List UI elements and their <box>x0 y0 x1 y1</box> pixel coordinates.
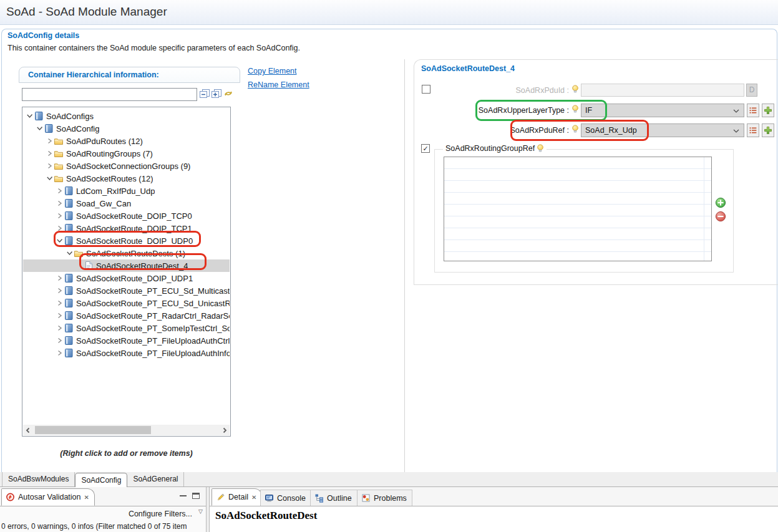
soadrxroutinggroupref-checkbox[interactable]: ✓ <box>421 144 430 153</box>
maximize-icon[interactable] <box>192 493 200 499</box>
chevron-down-icon[interactable] <box>46 174 54 183</box>
add-button[interactable] <box>762 104 774 117</box>
scroll-right-icon[interactable] <box>220 425 230 435</box>
tree-item-soadconfigs[interactable]: SoAdConfigs <box>23 110 230 122</box>
tab-console[interactable]: Console <box>260 490 311 506</box>
tree-item-pt-ecu-sd-unicastrx[interactable]: SoAdSocketRoute_PT_ECU_Sd_UnicastRx <box>23 297 230 309</box>
chevron-right-icon[interactable] <box>46 162 54 170</box>
tree-item-doip-udp0[interactable]: SoAdSocketRoute_DOIP_UDP0 <box>23 235 230 247</box>
tree-item-pt-radarctrl[interactable]: SoAdSocketRoute_PT_RadarCtrl_RadarServ <box>23 309 230 322</box>
tab-soadbswmodules[interactable]: SoAdBswModules <box>2 472 75 486</box>
chevron-right-icon[interactable] <box>56 336 64 345</box>
soadrxpduref-combobox[interactable]: SoAd_Rx_Udp <box>581 123 744 137</box>
module-icon <box>64 286 74 296</box>
tree-item-soadconfig[interactable]: SoAdConfig <box>23 122 230 135</box>
tab-problems[interactable]: Problems <box>357 490 412 506</box>
chevron-right-icon[interactable] <box>46 137 54 145</box>
tree-item-soadroutinggroups[interactable]: SoAdRoutingGroups (7) <box>23 147 230 160</box>
tree-item-soadpduroutes[interactable]: SoAdPduRoutes (12) <box>23 135 230 147</box>
chevron-right-icon[interactable] <box>56 299 64 307</box>
tree-item-label: SoAdPduRoutes (12) <box>66 137 143 146</box>
add-row-icon[interactable] <box>715 197 726 208</box>
tree-item-soadsocketroutedests[interactable]: SoAdSocketRouteDests (1) <box>23 247 230 259</box>
tree-item-soadsocketroutedest-4[interactable]: SoAdSocketRouteDest_4 <box>23 259 230 272</box>
lightbulb-icon <box>571 125 579 133</box>
tree-item-soad-gw-can[interactable]: Soad_Gw_Can <box>23 197 230 210</box>
default-value-button[interactable]: D <box>746 84 757 97</box>
tab-soadgeneral[interactable]: SoAdGeneral <box>127 472 184 486</box>
tab-detail[interactable]: Detail ✕ <box>212 488 262 506</box>
pencil-icon <box>216 493 225 502</box>
tree-item-label: SoAdSocketRoutes (12) <box>66 174 153 183</box>
tree-item-pt-ecu-sd-multicastrx[interactable]: SoAdSocketRoute_PT_ECU_Sd_MulticastRx <box>23 284 230 297</box>
tree-item-label: SoAdSocketRoute_PT_ECU_Sd_UnicastRx <box>76 299 230 308</box>
tab-autosar-validation[interactable]: Autosar Validation ✕ <box>1 488 95 506</box>
chevron-right-icon[interactable] <box>56 199 64 208</box>
soadrxupperlayertype-label: SoAdRxUpperLayerType : <box>424 106 569 115</box>
tree-item-soadsocketconnectiongroups[interactable]: SoAdSocketConnectionGroups (9) <box>23 160 230 172</box>
folder-icon <box>54 148 64 158</box>
copy-element-link[interactable]: Copy Element <box>248 67 297 75</box>
chevron-right-icon[interactable] <box>56 274 64 283</box>
tree-item-label: SoAdSocketRoute_PT_ECU_Sd_MulticastRx <box>76 286 230 296</box>
chevron-down-icon[interactable] <box>36 124 44 133</box>
chevron-right-icon[interactable] <box>56 349 64 357</box>
tree-item-pt-fileuploadauthinfo[interactable]: SoAdSocketRoute_PT_FileUploadAuthInfoN <box>23 347 230 359</box>
page-title: SoAd - SoAd Module Manager <box>6 5 167 19</box>
tree-item-doip-udp1[interactable]: SoAdSocketRoute_DOIP_UDP1 <box>23 272 230 284</box>
chevron-down-icon <box>733 109 739 113</box>
tree-item-soadsocketroutes[interactable]: SoAdSocketRoutes (12) <box>23 172 230 185</box>
chevron-down-icon[interactable] <box>56 236 64 245</box>
chevron-right-icon[interactable] <box>56 324 64 332</box>
module-icon <box>64 323 74 333</box>
chevron-down-icon[interactable] <box>26 112 34 120</box>
configure-filters-link[interactable]: Configure Filters... <box>129 510 192 518</box>
scrollbar-thumb[interactable] <box>35 426 151 434</box>
minimize-icon[interactable] <box>180 493 187 499</box>
chevron-right-icon[interactable] <box>56 186 64 195</box>
soadrxpduid-label: SoAdRxPduId : <box>424 86 569 95</box>
view-menu-icon[interactable]: ▽ <box>198 508 203 515</box>
chevron-right-icon[interactable] <box>56 224 64 233</box>
lightbulb-icon <box>571 105 579 114</box>
list-options-button[interactable] <box>747 123 759 137</box>
tree-item-doip-tcp1[interactable]: SoAdSocketRoute_DOIP_TCP1 <box>23 222 230 235</box>
chevron-down-icon[interactable] <box>66 249 74 258</box>
routing-group-ref-table[interactable] <box>444 157 712 261</box>
folder-icon <box>54 173 64 183</box>
module-icon <box>64 211 74 221</box>
chevron-right-icon[interactable] <box>46 149 54 158</box>
outline-icon <box>314 493 324 503</box>
chevron-right-icon[interactable] <box>56 286 64 295</box>
remove-row-icon[interactable] <box>715 211 726 222</box>
tree-item-ldcom-rxifpdu-udp[interactable]: LdCom_RxIfPdu_Udp <box>23 185 230 197</box>
add-button[interactable] <box>762 123 774 137</box>
list-options-button[interactable] <box>747 104 759 117</box>
refresh-icon[interactable] <box>223 89 234 100</box>
views-panel: Detail ✕ Console Outline Problems SoAdSo… <box>210 487 778 532</box>
chevron-right-icon[interactable] <box>56 311 64 320</box>
tree-item-doip-tcp0[interactable]: SoAdSocketRoute_DOIP_TCP0 <box>23 210 230 222</box>
tree-item-label: SoAdSocketRoute_DOIP_UDP1 <box>76 274 193 283</box>
close-icon[interactable]: ✕ <box>251 494 256 501</box>
chevron-right-icon[interactable] <box>56 211 64 220</box>
folder-icon <box>54 136 64 146</box>
tree-item-pt-someiptestctrl[interactable]: SoAdSocketRoute_PT_SomeIpTestCtrl_Som <box>23 322 230 334</box>
tree-hint-note: (Right click to add or remove items) <box>22 449 231 458</box>
rename-element-link[interactable]: ReName Element <box>248 80 309 89</box>
section-description: This container containers the SoAd modul… <box>7 44 300 52</box>
scroll-left-icon[interactable] <box>23 425 33 435</box>
tab-outline[interactable]: Outline <box>310 490 357 506</box>
horizontal-scrollbar[interactable] <box>23 425 230 435</box>
soadrxupperlayertype-combobox[interactable]: IF <box>581 104 744 117</box>
tree-item-label: SoAdSocketConnectionGroups (9) <box>66 162 190 171</box>
tree-item-pt-fileuploadauthctrl[interactable]: SoAdSocketRoute_PT_FileUploadAuthCtrl_F <box>23 334 230 347</box>
tab-soadconfig[interactable]: SoAdConfig <box>75 473 127 487</box>
expand-all-icon[interactable] <box>211 89 222 100</box>
tree-item-label: SoAdSocketRoute_PT_FileUploadAuthInfoN <box>76 349 230 358</box>
collapse-all-icon[interactable] <box>199 89 210 100</box>
tree-item-label: SoAdSocketRouteDests (1) <box>86 249 185 258</box>
hierarchy-search-input[interactable] <box>22 88 197 101</box>
tree-item-label: SoAdSocketRoute_DOIP_TCP1 <box>76 224 192 233</box>
close-icon[interactable]: ✕ <box>84 494 89 501</box>
